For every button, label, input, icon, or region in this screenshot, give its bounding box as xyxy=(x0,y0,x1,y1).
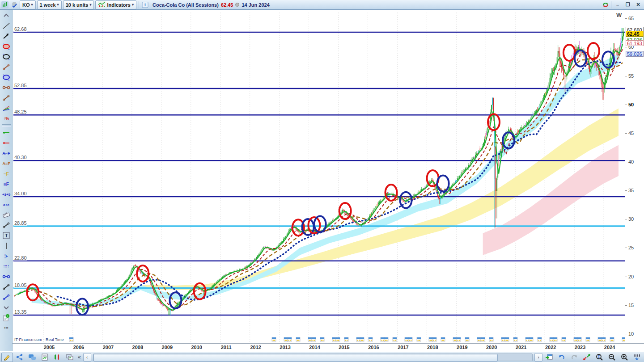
comments-button[interactable]: ⋯ xyxy=(26,353,38,362)
share-button[interactable] xyxy=(14,353,25,362)
signal-circle-red xyxy=(339,203,351,219)
fan-tool[interactable] xyxy=(1,103,12,113)
trend-arrow-tool-icon xyxy=(2,32,11,40)
fib-multi-tool-icon: A≡F xyxy=(2,160,11,168)
minimize-button[interactable]: – xyxy=(613,1,623,8)
year-label-2012: 2012 xyxy=(246,345,266,350)
segment-blue-tool[interactable] xyxy=(1,292,12,302)
svg-text:+: + xyxy=(8,48,10,51)
timeframe-dropdown[interactable]: 1 week▾ xyxy=(37,0,62,9)
zoom-in-button[interactable] xyxy=(619,353,630,362)
close-button[interactable]: ✕ xyxy=(633,1,643,8)
refresh-icon[interactable] xyxy=(602,1,610,9)
signal-circle-red xyxy=(588,43,599,59)
line-tool-icon xyxy=(2,22,11,30)
restore-button[interactable]: ❐ xyxy=(623,1,633,8)
price-chart-plot[interactable] xyxy=(13,10,625,343)
level-label-13.35: 13.35 xyxy=(14,309,27,315)
year-label-2006: 2006 xyxy=(69,345,89,350)
fib-ext-blue-tool[interactable]: ≡F xyxy=(1,179,12,189)
undo-button[interactable] xyxy=(556,353,568,362)
more-tools-icon: ••• xyxy=(2,324,11,332)
fib-ext-yellow-tool-icon: ≡F xyxy=(2,170,11,178)
app-logo-icon xyxy=(1,1,9,9)
trading-app-window: KO▾ 1 week▾ 10 k units▾ Indicators ▾ i C… xyxy=(0,0,644,362)
link-blue-tool-icon xyxy=(2,273,11,281)
chart-scrollbar[interactable] xyxy=(93,354,533,361)
fib-ext-yellow-tool[interactable]: ≡F xyxy=(1,168,12,179)
chart-area[interactable]: 62.6852.8548.2540.3034.0028.8522.8018.05… xyxy=(13,10,644,343)
segment-dark-tool-icon xyxy=(2,283,11,291)
scroll-left-button[interactable]: ‹ xyxy=(83,353,91,362)
instrument-last-price: 62.45 xyxy=(221,2,233,8)
svg-text:T: T xyxy=(4,233,8,238)
windows-button[interactable] xyxy=(64,353,76,362)
drawing-tools-sidebar: ++++++↑%A⌐FA≡F≡F≡F+3+5a+cT¦F∷∷1••• xyxy=(0,10,13,351)
ellipse-blue-tool-icon: ++ xyxy=(2,73,11,81)
svg-text:↑%: ↑% xyxy=(3,116,9,121)
draw-mode-button[interactable] xyxy=(1,353,13,362)
fib-time-tool[interactable]: ¦F xyxy=(1,251,12,261)
fib-multi-tool[interactable]: A≡F xyxy=(1,158,12,168)
scroll-right-button[interactable]: › xyxy=(534,353,542,362)
ellipse-blue-tool[interactable]: ++ xyxy=(1,72,12,82)
fib-retracement-tool[interactable]: A⌐F xyxy=(1,148,12,158)
zoom-out-button[interactable] xyxy=(606,353,618,362)
chart-scrollbar-thumb[interactable] xyxy=(93,354,498,362)
status-bar: ⋯ « ‹ › xyxy=(0,352,644,362)
price-marker-yellow: 62.45 xyxy=(626,31,644,37)
more-tools[interactable]: ••• xyxy=(1,323,12,333)
watchlist-check-icon[interactable] xyxy=(10,1,18,9)
text-tool-icon: T xyxy=(2,232,11,240)
svg-text:¦F: ¦F xyxy=(4,254,8,258)
svg-text:+3+5: +3+5 xyxy=(2,193,10,197)
hline-green-tool[interactable] xyxy=(1,127,12,138)
svg-text:+: + xyxy=(8,58,10,61)
units-caret-icon: ▾ xyxy=(89,3,91,7)
indicator-bands xyxy=(32,54,619,307)
collapse-icon[interactable]: « xyxy=(76,354,82,360)
level-label-18.05: 18.05 xyxy=(14,282,27,288)
indicators-icon xyxy=(98,1,106,8)
vline-tool[interactable] xyxy=(1,240,12,251)
redo-button[interactable] xyxy=(568,353,580,362)
line-tool[interactable] xyxy=(1,21,12,31)
fib-time-tool-icon: ¦F xyxy=(2,252,11,260)
abc-wave-tool[interactable]: a+c xyxy=(1,199,12,210)
ellipse-black-tool[interactable]: ++ xyxy=(1,51,12,62)
units-dropdown[interactable]: 10 k units▾ xyxy=(63,0,94,9)
trend-arrow-tool[interactable] xyxy=(1,31,12,41)
link-blue-tool[interactable] xyxy=(1,271,12,282)
price-axis[interactable]: 65605550454035302520151062.66062.02661.1… xyxy=(625,10,644,343)
link-brown-tool[interactable] xyxy=(1,82,12,93)
ellipse-red-tool[interactable]: ++ xyxy=(1,41,12,51)
fan-tool-icon xyxy=(2,104,11,112)
compare-button[interactable] xyxy=(51,353,63,362)
news-badge[interactable]: 1 xyxy=(1,312,12,323)
segment-brown2-tool[interactable] xyxy=(1,93,12,103)
text-tool[interactable]: T xyxy=(1,230,12,240)
segment-brown-tool[interactable] xyxy=(1,62,12,72)
scroll-up[interactable] xyxy=(1,10,12,21)
elliott-wave-tool[interactable]: +3+5 xyxy=(1,189,12,199)
points-tool-icon: ∷∷ xyxy=(2,262,11,270)
ruler-tool[interactable] xyxy=(1,210,12,220)
percent-tool[interactable]: ↑% xyxy=(1,113,12,123)
scroll-down[interactable] xyxy=(1,302,12,312)
segment-black-tool[interactable] xyxy=(1,220,12,230)
report-button[interactable] xyxy=(39,353,51,362)
info-icon[interactable]: i xyxy=(141,1,149,9)
svg-text:+: + xyxy=(3,53,4,55)
points-tool[interactable]: ∷∷ xyxy=(1,261,12,271)
indicators-button[interactable]: Indicators ▾ xyxy=(95,0,136,9)
segment-black-tool-icon xyxy=(2,221,11,229)
fit-chart-button[interactable] xyxy=(581,353,593,362)
year-label-2010: 2010 xyxy=(187,345,207,350)
hline-red-tool[interactable] xyxy=(1,138,12,148)
column-width-button[interactable] xyxy=(631,353,643,362)
symbol-dropdown[interactable]: KO▾ xyxy=(20,0,36,9)
segment-dark-tool[interactable] xyxy=(1,282,12,292)
goto-date-button[interactable] xyxy=(543,353,555,362)
zoom-select-button[interactable] xyxy=(593,353,605,362)
time-axis[interactable]: 2005200620072008200920102011201220132014… xyxy=(13,343,644,352)
